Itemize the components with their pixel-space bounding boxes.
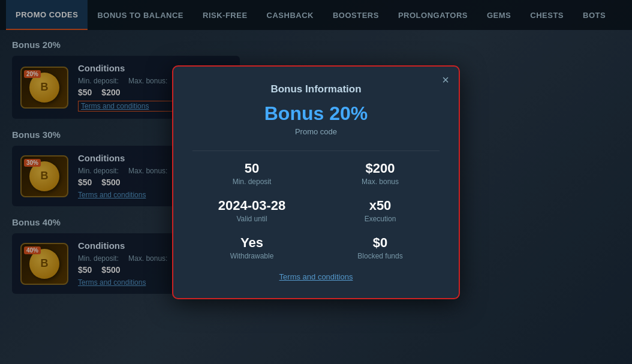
modal-blocked-funds-value: $0 <box>321 235 440 251</box>
modal-max-bonus-value: $200 <box>321 161 440 176</box>
modal-max-bonus-label: Max. bonus <box>321 178 440 186</box>
modal-min-deposit-label: Min. deposit <box>192 178 311 186</box>
modal-cell-min-deposit: 50 Min. deposit <box>192 161 311 186</box>
bonus-info-modal: × Bonus Information Bonus 20% Promo code… <box>172 65 460 299</box>
modal-valid-until-label: Valid until <box>192 215 311 223</box>
modal-title: Bonus Information <box>192 83 440 95</box>
modal-cell-blocked-funds: $0 Blocked funds <box>321 235 440 260</box>
modal-grid: 50 Min. deposit $200 Max. bonus 2024-03-… <box>192 161 440 260</box>
modal-cell-execution: x50 Execution <box>321 198 440 223</box>
modal-blocked-funds-label: Blocked funds <box>321 252 440 260</box>
modal-close-button[interactable]: × <box>442 74 449 86</box>
modal-cell-max-bonus: $200 Max. bonus <box>321 161 440 186</box>
modal-cell-valid-until: 2024-03-28 Valid until <box>192 198 311 223</box>
modal-cell-withdrawable: Yes Withdrawable <box>192 235 311 260</box>
modal-min-deposit-value: 50 <box>192 161 311 176</box>
modal-execution-value: x50 <box>321 198 440 213</box>
modal-execution-label: Execution <box>321 215 440 223</box>
modal-terms-link[interactable]: Terms and conditions <box>192 272 440 281</box>
modal-withdrawable-label: Withdrawable <box>192 252 311 260</box>
modal-valid-until-value: 2024-03-28 <box>192 198 311 213</box>
modal-bonus-title: Bonus 20% <box>192 103 440 125</box>
modal-divider <box>192 151 440 151</box>
modal-withdrawable-value: Yes <box>192 235 311 251</box>
modal-subtitle: Promo code <box>192 127 440 136</box>
modal-overlay[interactable]: × Bonus Information Bonus 20% Promo code… <box>0 0 632 364</box>
